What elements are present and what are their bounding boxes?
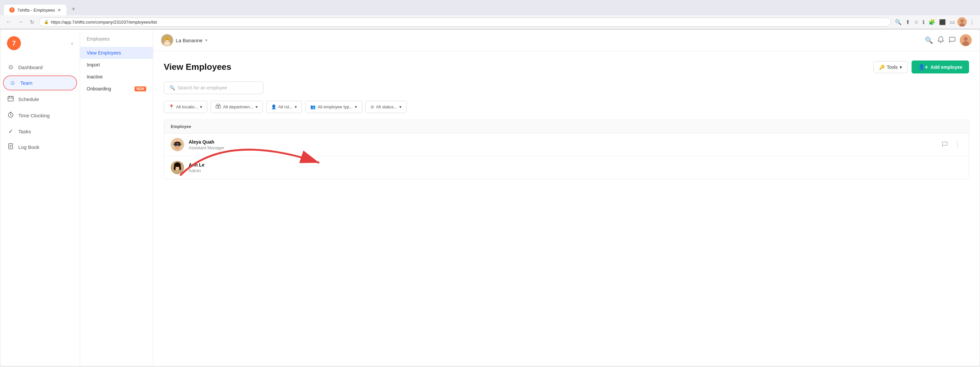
app-container: 7 ‹ ⊙ Dashboard ☺ Team — [0, 29, 980, 366]
submenu-item-onboarding[interactable]: Onboarding NEW — [80, 83, 153, 95]
svg-point-42 — [178, 168, 180, 169]
extensions-nav-button[interactable]: 🧩 — [927, 18, 937, 27]
top-bar: La Bananne ▾ 🔍 — [153, 30, 980, 51]
topbar-notifications-button[interactable] — [937, 36, 945, 45]
tools-key-icon: 🔑 — [879, 64, 885, 70]
tools-label: Tools — [887, 64, 897, 70]
svg-point-1 — [960, 19, 964, 22]
reload-button[interactable]: ↻ — [28, 18, 36, 27]
tab-close-button[interactable]: ✕ — [57, 8, 61, 13]
employee-table: Employee — [164, 120, 969, 179]
submenu-item-inactive[interactable]: Inactive — [80, 71, 153, 83]
role-filter-label: All rol... — [278, 104, 293, 109]
table-header: Employee — [164, 120, 969, 133]
tab-label: 7shifts - Employees — [17, 8, 55, 13]
browser-tabs: 7 7shifts - Employees ✕ ＋ — [0, 0, 980, 15]
cast-nav-button[interactable]: ⬛ — [938, 18, 947, 27]
back-button[interactable]: ← — [4, 18, 13, 26]
search-bar-icon: 🔍 — [169, 85, 175, 91]
submenu-label-view-employees: View Employees — [87, 50, 121, 56]
employee-type-filter-chevron-icon: ▾ — [355, 104, 357, 109]
employee-name: Ann Le — [189, 162, 962, 168]
filter-role-button[interactable]: 👤 All rol... ▾ — [266, 101, 302, 113]
sidebar-item-label-schedule: Schedule — [18, 96, 39, 102]
location-filter-chevron-icon: ▾ — [200, 104, 202, 109]
location-filter-icon: 📍 — [169, 104, 174, 109]
sidebar: 7 ‹ ⊙ Dashboard ☺ Team — [0, 30, 80, 366]
location-selector[interactable]: La Bananne ▾ — [161, 34, 207, 46]
sidebar-item-label-time-clocking: Time Clocking — [18, 113, 49, 118]
add-employee-button[interactable]: 👤+ Add employee — [912, 61, 969, 73]
sidebar-item-tasks[interactable]: ✓ Tasks — [0, 124, 80, 139]
submenu-header: Employees — [80, 36, 153, 47]
bookmark-nav-button[interactable]: ☆ — [913, 18, 920, 27]
filter-location-button[interactable]: 📍 All locatio... ▾ — [164, 101, 207, 113]
department-filter-chevron-icon: ▾ — [256, 104, 258, 109]
dashboard-icon: ⊙ — [7, 64, 14, 71]
table-row[interactable]: Aleya Quah Assistant Manager ⋮ — [164, 133, 969, 156]
status-filter-icon: ⊝ — [371, 104, 374, 109]
sidebar-item-log-book[interactable]: Log Book — [0, 139, 80, 155]
tools-button[interactable]: 🔑 Tools ▾ — [873, 61, 908, 73]
sidebar-logo: 7 ‹ — [0, 30, 80, 57]
employee-name: Aleya Quah — [189, 139, 940, 145]
forward-button[interactable]: → — [16, 18, 25, 26]
filter-employee-type-button[interactable]: 👥 All employee typ... ▾ — [305, 101, 362, 113]
submenu-panel: Employees View Employees Import Inactive… — [80, 30, 153, 366]
user-avatar-nav[interactable] — [958, 17, 967, 27]
department-filter-icon — [216, 104, 221, 110]
submenu-item-import[interactable]: Import — [80, 59, 153, 71]
role-filter-chevron-icon: ▾ — [295, 104, 297, 109]
submenu-label-import: Import — [87, 62, 100, 67]
sidebar-nav: ⊙ Dashboard ☺ Team Schedule — [0, 57, 80, 366]
sidebar-nav-button[interactable]: ▭ — [948, 18, 956, 27]
sidebar-collapse-button[interactable]: ‹ — [71, 40, 73, 47]
sidebar-item-label-team: Team — [20, 80, 33, 86]
employee-info-ann-le: Ann Le Admin — [189, 162, 962, 173]
filter-status-button[interactable]: ⊝ All status... ▾ — [366, 101, 407, 113]
sidebar-item-dashboard[interactable]: ⊙ Dashboard — [0, 59, 80, 75]
svg-rect-31 — [177, 144, 178, 145]
sidebar-item-schedule[interactable]: Schedule — [0, 91, 80, 107]
employee-avatar-aleya-quah — [171, 138, 184, 151]
employee-type-filter-label: All employee typ... — [318, 104, 353, 109]
active-tab[interactable]: 7 7shifts - Employees ✕ — [4, 5, 67, 15]
url-text: https://app.7shifts.com/company/231037/e… — [51, 20, 157, 25]
menu-nav-button[interactable]: ⋮ — [968, 18, 976, 27]
location-filter-label: All locatio... — [176, 104, 198, 109]
filter-department-button[interactable]: All departmen... ▾ — [211, 101, 262, 113]
sidebar-item-time-clocking[interactable]: Time Clocking — [0, 107, 80, 124]
employee-chat-button[interactable] — [940, 139, 950, 150]
sidebar-item-team[interactable]: ☺ Team — [3, 75, 77, 91]
svg-point-34 — [175, 146, 180, 150]
team-icon: ☺ — [9, 80, 16, 86]
header-actions: 🔑 Tools ▾ 👤+ Add employee — [873, 61, 969, 73]
address-bar[interactable]: 🔒 https://app.7shifts.com/company/231037… — [39, 18, 891, 27]
department-filter-label: All departmen... — [223, 104, 253, 109]
employee-more-button[interactable]: ⋮ — [953, 139, 962, 150]
table-row[interactable]: Ann Le Admin — [164, 156, 969, 179]
new-tab-button[interactable]: ＋ — [68, 2, 79, 15]
svg-point-22 — [963, 41, 969, 46]
topbar-chat-button[interactable] — [948, 36, 956, 45]
svg-rect-19 — [164, 38, 170, 39]
info-nav-button[interactable]: ℹ — [921, 18, 926, 27]
time-clocking-icon — [7, 112, 14, 120]
add-employee-label: Add employee — [931, 64, 963, 70]
location-avatar — [161, 34, 173, 46]
search-bar[interactable]: 🔍 Search for an employee — [164, 81, 263, 94]
filters-row: 📍 All locatio... ▾ All departmen... ▾ — [164, 101, 969, 113]
share-nav-button[interactable]: ⬆ — [904, 18, 911, 27]
submenu-item-view-employees[interactable]: View Employees — [80, 47, 153, 59]
lock-icon: 🔒 — [44, 20, 49, 24]
topbar-search-button[interactable]: 🔍 — [925, 36, 933, 44]
topbar-user-avatar[interactable] — [960, 34, 972, 46]
tab-favicon: 7 — [9, 7, 14, 13]
search-nav-button[interactable]: 🔍 — [894, 18, 903, 27]
role-filter-icon: 👤 — [271, 104, 277, 109]
location-name: La Bananne — [176, 38, 203, 43]
svg-rect-32 — [173, 144, 174, 145]
location-chevron-icon: ▾ — [205, 38, 207, 43]
svg-line-9 — [11, 115, 12, 116]
employee-role: Assistant Manager — [189, 145, 940, 150]
